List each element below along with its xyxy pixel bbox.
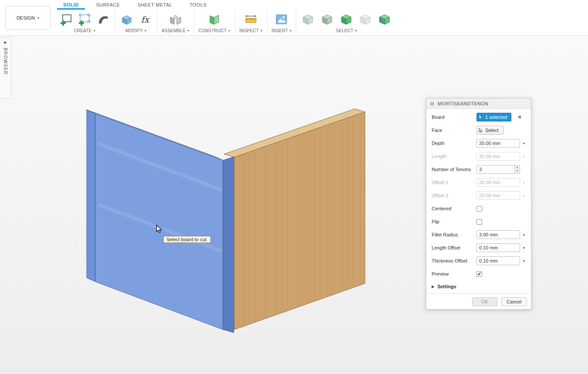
chevron-down-icon: ▾ bbox=[188, 29, 189, 33]
fillet-radius-label: Fillet Radius bbox=[432, 232, 476, 237]
length-offset-input[interactable] bbox=[476, 243, 520, 252]
toolbar: SOLID SURFACE SHEET METAL TOOLS DESIGN ▾ bbox=[0, 0, 588, 36]
mortise-tenon-dialog: ⊖ MORTISEANDTENON Board 1 selected ✕ Fac… bbox=[426, 98, 531, 310]
row-length-offset: Length Offset ▼ bbox=[426, 241, 531, 254]
clear-selection-icon[interactable]: ✕ bbox=[517, 114, 522, 120]
construct-dropdown[interactable]: CONSTRUCT ▾ bbox=[199, 28, 230, 33]
fillet-radius-input[interactable] bbox=[476, 230, 520, 239]
tenons-spinner[interactable]: ▲ ▼ bbox=[514, 165, 520, 174]
board-blue-end-face[interactable] bbox=[223, 157, 234, 333]
inspect-dropdown[interactable]: INSPECT ▾ bbox=[240, 28, 263, 33]
inspect-label: INSPECT bbox=[240, 28, 259, 33]
chevron-down-icon: ▾ bbox=[93, 29, 95, 33]
face-select-button[interactable]: Select bbox=[476, 126, 504, 135]
press-pull-icon[interactable] bbox=[119, 12, 134, 27]
row-flip: Flip bbox=[426, 215, 531, 228]
length-label: Length bbox=[432, 154, 476, 159]
settings-label: Settings bbox=[437, 284, 456, 289]
spinner-up-icon[interactable]: ▲ bbox=[515, 165, 520, 169]
tab-sheet-metal[interactable]: SHEET METAL bbox=[137, 0, 172, 9]
row-fillet-radius: Fillet Radius ▼ bbox=[426, 228, 531, 241]
assemble-dropdown[interactable]: ASSEMBLE ▾ bbox=[162, 28, 189, 33]
thickness-offset-label: Thickness Offset bbox=[432, 258, 476, 263]
number-of-tenons-label: Number of Tenons bbox=[432, 167, 476, 172]
board-selection-count: 1 selected bbox=[485, 115, 507, 120]
row-length: Length ▼ bbox=[426, 150, 531, 163]
board-blue-front-face[interactable] bbox=[95, 114, 223, 330]
insert-label: INSERT bbox=[272, 28, 288, 33]
centered-label: Centered bbox=[432, 206, 476, 211]
board-blue-selected[interactable] bbox=[87, 110, 234, 333]
toolbar-group-assemble: ASSEMBLE ▾ bbox=[157, 10, 194, 35]
ok-button[interactable]: OK bbox=[472, 297, 497, 306]
select-filter-icon-3[interactable] bbox=[339, 12, 354, 27]
change-parameters-icon[interactable]: fx bbox=[138, 12, 152, 27]
preview-checkbox[interactable]: ✓ bbox=[476, 271, 482, 277]
mouse-cursor-icon bbox=[156, 225, 163, 234]
construction-plane-icon[interactable] bbox=[207, 12, 222, 27]
offset-1-dropdown-icon: ▼ bbox=[521, 181, 526, 184]
depth-dropdown-icon[interactable]: ▼ bbox=[521, 142, 526, 145]
chevron-down-icon: ▾ bbox=[355, 29, 357, 33]
modify-dropdown[interactable]: MODIFY ▾ bbox=[125, 28, 146, 33]
settings-expander[interactable]: ▶ Settings bbox=[426, 280, 531, 293]
board-wood[interactable] bbox=[224, 109, 365, 330]
spinner-down-icon[interactable]: ▼ bbox=[515, 169, 520, 173]
design-menu-label: DESIGN bbox=[17, 15, 35, 20]
face-label: Face bbox=[432, 128, 476, 133]
thickness-offset-dropdown-icon[interactable]: ▼ bbox=[521, 259, 526, 263]
sweep-icon[interactable] bbox=[95, 12, 110, 27]
length-dropdown-icon: ▼ bbox=[521, 155, 526, 158]
browser-panel-toggle[interactable]: ▶ BROWSER bbox=[0, 37, 11, 99]
board-label: Board bbox=[432, 115, 476, 120]
toolbar-group-create: CREATE ▾ bbox=[54, 10, 115, 35]
dialog-header[interactable]: ⊖ MORTISEANDTENON bbox=[426, 98, 531, 109]
dialog-collapse-icon[interactable]: ⊖ bbox=[430, 101, 434, 106]
modify-label: MODIFY bbox=[125, 28, 143, 33]
toolbar-group-inspect: INSPECT ▾ bbox=[235, 10, 267, 35]
length-offset-dropdown-icon[interactable]: ▼ bbox=[521, 246, 526, 249]
create-label: CREATE bbox=[74, 28, 91, 33]
joint-icon[interactable] bbox=[168, 12, 183, 27]
number-of-tenons-input[interactable] bbox=[476, 165, 514, 174]
chevron-down-icon: ▾ bbox=[290, 29, 291, 33]
row-depth: Depth ▼ bbox=[426, 137, 531, 150]
board-blue-left-face[interactable] bbox=[87, 110, 95, 282]
chevron-down-icon: ▾ bbox=[145, 29, 146, 33]
toolbar-group-construct: CONSTRUCT ▾ bbox=[194, 10, 235, 35]
select-filter-icon-4[interactable] bbox=[358, 12, 373, 27]
browser-expand-icon: ▶ bbox=[4, 40, 7, 44]
flip-checkbox[interactable] bbox=[476, 219, 482, 225]
row-offset-1: Offset 1 ▼ bbox=[426, 176, 531, 189]
chevron-down-icon: ▾ bbox=[37, 16, 39, 20]
depth-label: Depth bbox=[432, 141, 476, 146]
settings-expand-icon: ▶ bbox=[432, 285, 434, 289]
measure-icon[interactable] bbox=[243, 12, 258, 27]
thickness-offset-input[interactable] bbox=[476, 256, 520, 265]
select-dropdown[interactable]: SELECT ▾ bbox=[336, 28, 357, 33]
row-face: Face Select bbox=[426, 124, 531, 137]
tab-tools[interactable]: TOOLS bbox=[189, 0, 206, 9]
cancel-button[interactable]: Cancel bbox=[501, 297, 527, 306]
create-dropdown[interactable]: CREATE ▾ bbox=[74, 28, 95, 33]
length-offset-label: Length Offset bbox=[432, 245, 476, 250]
insert-canvas-icon[interactable] bbox=[274, 12, 289, 27]
tab-surface[interactable]: SURFACE bbox=[96, 0, 120, 9]
select-filter-icon-5[interactable] bbox=[377, 12, 392, 27]
toolbar-group-insert: INSERT ▾ bbox=[267, 10, 297, 35]
centered-checkbox[interactable] bbox=[476, 206, 482, 212]
design-menu-button[interactable]: DESIGN ▾ bbox=[5, 6, 51, 30]
board-selection-button[interactable]: 1 selected bbox=[476, 113, 511, 121]
depth-input[interactable] bbox=[476, 139, 520, 148]
create-sketch-icon[interactable] bbox=[59, 12, 74, 27]
select-filter-icon-1[interactable] bbox=[301, 12, 315, 27]
dialog-title: MORTISEANDTENON bbox=[438, 101, 488, 106]
fillet-radius-dropdown-icon[interactable]: ▼ bbox=[521, 233, 526, 236]
select-filter-icon-2[interactable] bbox=[320, 12, 335, 27]
insert-dropdown[interactable]: INSERT ▾ bbox=[272, 28, 292, 33]
flip-label: Flip bbox=[432, 219, 476, 224]
select-label: SELECT bbox=[336, 28, 353, 33]
create-selection-icon[interactable] bbox=[77, 12, 92, 27]
tab-solid[interactable]: SOLID bbox=[63, 0, 79, 9]
face-select-label: Select bbox=[485, 128, 499, 133]
